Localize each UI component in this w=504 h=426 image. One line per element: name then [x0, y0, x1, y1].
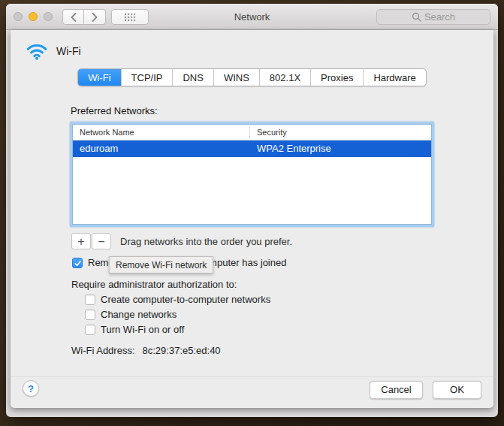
column-header-security[interactable]: Security — [257, 128, 287, 137]
remove-network-tooltip: Remove Wi-Fi network — [109, 256, 213, 273]
admin-option-row: Change networks — [85, 309, 177, 320]
change-networks-checkbox[interactable] — [85, 310, 95, 320]
wifi-address-label: Wi-Fi Address: — [71, 345, 135, 356]
tab-tcpip[interactable]: TCP/IP — [121, 69, 173, 86]
preferred-networks-label: Preferred Networks: — [71, 105, 158, 116]
service-name-label: Wi-Fi — [56, 45, 81, 57]
create-networks-checkbox[interactable] — [85, 295, 95, 305]
search-placeholder: Search — [424, 11, 455, 23]
search-icon — [412, 12, 421, 22]
add-network-button[interactable]: + — [71, 233, 91, 249]
change-networks-label: Change networks — [101, 309, 177, 320]
turn-wifi-checkbox[interactable] — [85, 325, 95, 335]
network-row-eduroam[interactable]: eduroam WPA2 Enterprise — [73, 140, 431, 157]
checkmark-icon — [74, 259, 82, 267]
tab-wifi[interactable]: Wi-Fi — [78, 69, 120, 86]
tab-strip: Wi-Fi TCP/IP DNS WINS 802.1X Proxies Har… — [11, 68, 493, 86]
admin-option-row: Turn Wi-Fi on or off — [85, 324, 184, 335]
wifi-address-value: 8c:29:37:e5:ed:40 — [143, 345, 221, 356]
wifi-address-row: Wi-Fi Address:8c:29:37:e5:ed:40 — [71, 345, 221, 356]
tab-hardware[interactable]: Hardware — [363, 69, 425, 86]
turn-wifi-label: Turn Wi-Fi on or off — [101, 324, 184, 335]
help-button[interactable]: ? — [23, 380, 39, 397]
network-security-cell: WPA2 Enterprise — [257, 143, 331, 154]
column-header-network-name[interactable]: Network Name — [80, 128, 134, 137]
remove-network-button[interactable]: − — [92, 233, 111, 249]
tab-8021x[interactable]: 802.1X — [259, 69, 310, 86]
preferred-networks-table: Network Name Security eduroam WPA2 Enter… — [70, 122, 434, 227]
cancel-button[interactable]: Cancel — [370, 381, 423, 399]
footer-divider — [11, 376, 493, 377]
admin-authorization-label: Require administrator authorization to: — [71, 279, 237, 290]
tab-wins[interactable]: WINS — [213, 69, 259, 86]
wifi-icon — [26, 42, 47, 60]
titlebar: Network Search — [6, 4, 498, 30]
desktop-background: Network Search Wi-Fi Wi-Fi TCP/IP DNS WI… — [0, 0, 504, 426]
tab-proxies[interactable]: Proxies — [310, 69, 363, 86]
network-name-cell: eduroam — [80, 143, 118, 154]
admin-option-row: Create computer-to-computer networks — [85, 294, 270, 305]
drag-order-hint: Drag networks into the order you prefer. — [120, 236, 292, 247]
tab-dns[interactable]: DNS — [172, 69, 213, 86]
create-networks-label: Create computer-to-computer networks — [101, 294, 270, 305]
service-header: Wi-Fi — [26, 42, 81, 60]
table-header-row: Network Name Security — [73, 125, 431, 140]
search-field[interactable]: Search — [376, 9, 490, 25]
ok-button[interactable]: OK — [433, 381, 481, 399]
remember-networks-checkbox[interactable] — [72, 258, 83, 268]
wifi-advanced-sheet: Wi-Fi Wi-Fi TCP/IP DNS WINS 802.1X Proxi… — [11, 30, 493, 408]
